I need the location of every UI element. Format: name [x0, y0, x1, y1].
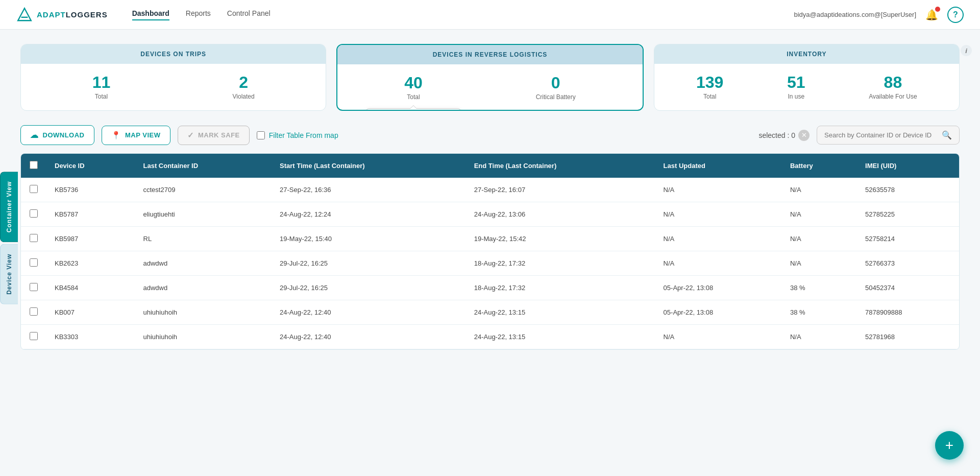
filter-map-label[interactable]: Filter Table From map [257, 131, 338, 139]
stat-label-critical-battery: Critical Battery [536, 93, 576, 101]
row-end-time: 27-Sep-22, 16:07 [466, 178, 655, 202]
stat-card-reverse-logistics: DEVICES IN REVERSE LOGISTICS 40 Total 40… [336, 44, 643, 111]
info-icon[interactable]: i [961, 45, 972, 56]
nav-dashboard[interactable]: Dashboard [132, 9, 169, 20]
table-row: KB2623 adwdwd 29-Jul-22, 16:25 18-Aug-22… [21, 251, 959, 276]
row-start-time: 29-Jul-22, 16:25 [272, 251, 466, 276]
mapview-button[interactable]: 📍 MAP VIEW [102, 126, 170, 145]
table-col-imei: IMEI (UID) [857, 154, 959, 178]
row-checkbox-cell [21, 178, 46, 202]
row-device-id: KB2623 [46, 251, 135, 276]
row-end-time: 18-Aug-22, 17:32 [466, 251, 655, 276]
stat-value-violated-trips: 2 [233, 73, 255, 92]
row-imei: 52758214 [857, 227, 959, 251]
logo: ADAPTLOGGERS [16, 7, 108, 23]
selected-clear-button[interactable]: ✕ [798, 130, 810, 141]
nav-reports[interactable]: Reports [186, 9, 211, 20]
stat-value-available-inventory: 88 [869, 73, 917, 92]
row-start-time: 29-Jul-22, 16:25 [272, 276, 466, 300]
row-checkbox-cell [21, 276, 46, 300]
data-table: Device ID Last Container ID Start Time (… [21, 154, 959, 349]
stat-value-total-inventory: 139 [696, 73, 723, 92]
stat-violated-trips: 2 Violated [233, 73, 255, 100]
device-view-tab[interactable]: Device View [0, 244, 18, 304]
stat-card-body-inventory: 139 Total 51 In use 88 Available For Use [654, 64, 959, 109]
row-checkbox-6[interactable] [30, 332, 38, 340]
toolbar: ☁ DOWNLOAD 📍 MAP VIEW ✓ MARK SAFE Filter… [20, 125, 960, 145]
stat-label-total-trips: Total [92, 93, 111, 100]
marksafe-button: ✓ MARK SAFE [178, 126, 250, 145]
row-checkbox-cell [21, 251, 46, 276]
filter-map-checkbox[interactable] [257, 131, 265, 139]
table-col-last-updated: Last Updated [655, 154, 782, 178]
stat-card-header-inventory: INVENTORY [654, 44, 959, 64]
row-start-time: 24-Aug-22, 12:40 [272, 325, 466, 349]
table-row: KB5736 cctest2709 27-Sep-22, 16:36 27-Se… [21, 178, 959, 202]
data-table-container: Device ID Last Container ID Start Time (… [20, 153, 960, 350]
row-imei: 52635578 [857, 178, 959, 202]
stat-available-inventory: 88 Available For Use [869, 73, 917, 100]
table-col-end-time: End Time (Last Container) [466, 154, 655, 178]
row-end-time: 24-Aug-22, 13:15 [466, 300, 655, 325]
row-imei: 52781968 [857, 325, 959, 349]
row-checkbox-4[interactable] [30, 283, 38, 291]
stat-card-inventory: INVENTORY 139 Total 51 In use 88 Availab… [654, 44, 960, 111]
row-checkbox-2[interactable] [30, 234, 38, 242]
stat-total-inventory: 139 Total [696, 73, 723, 100]
row-checkbox-1[interactable] [30, 209, 38, 218]
download-label: DOWNLOAD [43, 131, 85, 139]
stat-label-available-inventory: Available For Use [869, 93, 917, 100]
row-checkbox-cell [21, 300, 46, 325]
stat-card-header-reverse: DEVICES IN REVERSE LOGISTICS [337, 45, 642, 64]
row-checkbox-cell [21, 325, 46, 349]
tooltip-reverse: 40 Devices in 23 Container [366, 108, 461, 111]
row-end-time: 24-Aug-22, 13:06 [466, 202, 655, 227]
row-device-id: KB3303 [46, 325, 135, 349]
stat-inuse-inventory: 51 In use [787, 73, 805, 100]
stat-value-critical-battery: 0 [536, 74, 576, 92]
row-battery: N/A [782, 325, 857, 349]
row-checkbox-0[interactable] [30, 185, 38, 193]
row-imei: 52766373 [857, 251, 959, 276]
side-tabs: Container View Device View [0, 172, 18, 305]
mapview-label: MAP VIEW [125, 131, 161, 139]
select-all-checkbox[interactable] [30, 161, 38, 169]
row-device-id: KB5787 [46, 202, 135, 227]
row-last-container-id: cctest2709 [135, 178, 272, 202]
row-checkbox-cell [21, 202, 46, 227]
mapview-icon: 📍 [111, 131, 121, 140]
stat-card-body-trips: 11 Total 2 Violated [21, 64, 326, 109]
download-button[interactable]: ☁ DOWNLOAD [20, 125, 94, 145]
container-view-tab[interactable]: Container View [0, 172, 18, 242]
stat-label-total-inventory: Total [696, 93, 723, 100]
table-col-checkbox [21, 154, 46, 178]
row-battery: N/A [782, 227, 857, 251]
table-body: KB5736 cctest2709 27-Sep-22, 16:36 27-Se… [21, 178, 959, 349]
row-last-container-id: adwdwd [135, 251, 272, 276]
main-content: DEVICES ON TRIPS 11 Total 2 Violated DEV… [0, 30, 980, 360]
search-box: 🔍 [817, 126, 960, 145]
navbar: ADAPTLOGGERS Dashboard Reports Control P… [0, 0, 980, 30]
search-input[interactable] [824, 131, 938, 139]
row-last-updated: 05-Apr-22, 13:08 [655, 276, 782, 300]
table-col-device-id: Device ID [46, 154, 135, 178]
stat-card-body-reverse: 40 Total 40 Devices in 23 Container 0 Cr… [337, 64, 642, 110]
row-start-time: 24-Aug-22, 12:40 [272, 300, 466, 325]
stat-label-inuse-inventory: In use [787, 93, 805, 100]
row-device-id: KB5987 [46, 227, 135, 251]
stat-card-devices-on-trips: DEVICES ON TRIPS 11 Total 2 Violated [20, 44, 326, 111]
table-col-last-container-id: Last Container ID [135, 154, 272, 178]
table-row: KB4584 adwdwd 29-Jul-22, 16:25 18-Aug-22… [21, 276, 959, 300]
logo-text: ADAPTLOGGERS [37, 10, 108, 19]
row-last-updated: N/A [655, 227, 782, 251]
nav-control-panel[interactable]: Control Panel [227, 9, 271, 20]
table-col-start-time: Start Time (Last Container) [272, 154, 466, 178]
stat-critical-battery: 0 Critical Battery [536, 74, 576, 101]
notification-bell[interactable]: 🔔 [925, 9, 938, 21]
row-checkbox-3[interactable] [30, 258, 38, 267]
help-button[interactable]: ? [947, 7, 964, 23]
row-imei: 52785225 [857, 202, 959, 227]
row-end-time: 18-Aug-22, 17:32 [466, 276, 655, 300]
row-checkbox-5[interactable] [30, 307, 38, 316]
stat-value-total-trips: 11 [92, 73, 111, 92]
